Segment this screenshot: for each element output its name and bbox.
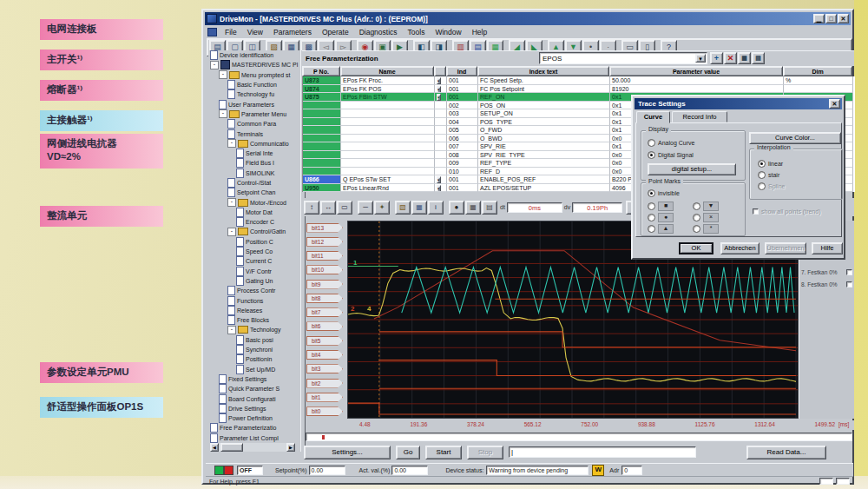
radio-icon[interactable]	[693, 214, 700, 221]
radio-icon[interactable]	[693, 225, 700, 233]
channel-tag[interactable]: bit2	[306, 379, 343, 388]
radio-icon[interactable]	[648, 225, 655, 233]
close-icon[interactable]: ✕	[838, 14, 849, 23]
expand-icon[interactable]: -	[227, 326, 236, 334]
interpolation-linear-radio[interactable]: linear	[758, 160, 783, 168]
channel-tag[interactable]: bit7	[306, 307, 343, 317]
table-row[interactable]: U874EPos FK POS▾001FC Pos Setpoint81920	[303, 85, 855, 94]
binector-drop-icon[interactable]: ▾	[437, 94, 441, 101]
tree-item[interactable]: Device identification	[208, 50, 300, 60]
tree-item[interactable]: Free Blocks	[208, 315, 300, 325]
tools-icon[interactable]: ✦	[374, 201, 390, 215]
tree-item[interactable]: Positionin	[208, 354, 300, 364]
menu-item-help[interactable]: Help	[467, 28, 492, 36]
tree-item[interactable]: Position C	[208, 237, 300, 247]
tree-item[interactable]: Quick Parameter S	[208, 384, 300, 393]
dv-value-field[interactable]: 0.19Ph	[572, 202, 622, 213]
dt-value-field[interactable]: 0ms	[507, 202, 562, 213]
grid-view-icon[interactable]: ▦	[738, 52, 751, 64]
go-button[interactable]: Go	[396, 446, 420, 459]
tree-item[interactable]: Technology fu	[208, 89, 300, 99]
screen-dark-icon[interactable]: ●	[449, 201, 464, 215]
trace-scrollbar[interactable]	[306, 433, 852, 441]
expand-icon[interactable]: -	[227, 198, 236, 207]
display-digital-signal-radio[interactable]: Digital Signal	[648, 151, 694, 159]
tree-item[interactable]: Releases	[208, 306, 300, 315]
tree-item[interactable]: Motor Dat	[208, 208, 300, 217]
point-mark-cross-radio[interactable]: ×	[693, 213, 719, 222]
cancel-button[interactable]: Abbrechen	[720, 242, 760, 254]
tree-item[interactable]: Drive Settings	[208, 404, 300, 413]
show-all-points-checkbox[interactable]: show all points (trend)	[753, 208, 820, 215]
tree-item[interactable]: Current C	[208, 256, 300, 266]
channel-tag[interactable]: bit12	[306, 237, 343, 247]
binector-drop-icon[interactable]: ▾	[437, 176, 441, 183]
scroll-thumb[interactable]	[220, 443, 243, 452]
tree-item[interactable]: -Control/Gatin	[208, 227, 300, 236]
zoom-fit-icon[interactable]: ▭	[337, 201, 352, 215]
tree-scrollbar[interactable]: ◀ ▶	[210, 443, 295, 452]
list-view-icon[interactable]: ▤	[752, 52, 765, 64]
maximize-icon[interactable]: □	[825, 14, 837, 23]
expand-icon[interactable]: -	[210, 61, 219, 69]
help-button[interactable]: Hilfe	[812, 242, 843, 254]
settings-button[interactable]: Settings...	[304, 446, 391, 459]
menu-item-diagnostics[interactable]: Diagnostics	[354, 28, 403, 36]
tree-item[interactable]: Gating Un	[208, 276, 300, 286]
channel-tag[interactable]: bit8	[306, 294, 343, 303]
start-button[interactable]: Start	[425, 446, 462, 459]
tree-item[interactable]: Basic posi	[208, 335, 300, 345]
interpolation-stair-radio[interactable]: stair	[758, 171, 779, 179]
curve-save-icon[interactable]: ▦	[411, 201, 427, 215]
binector-drop-icon[interactable]: ▾	[437, 185, 441, 192]
apply-button[interactable]: Übernehmen	[765, 242, 806, 254]
point-mark-invisible-radio[interactable]: invisible	[648, 189, 680, 197]
radio-icon[interactable]	[758, 171, 766, 179]
scroll-left-icon[interactable]: ◀	[210, 443, 219, 452]
channel-tag[interactable]: bit4	[306, 350, 343, 360]
radio-icon[interactable]	[758, 182, 766, 190]
channel-tag[interactable]: bit5	[306, 336, 343, 346]
tree-item[interactable]: Terminals	[208, 129, 300, 138]
zoom-h-icon[interactable]: ↔	[320, 201, 336, 215]
tree-item[interactable]: Synchroni	[208, 345, 300, 354]
scroll-right-icon[interactable]: ▶	[286, 443, 295, 452]
radio-icon[interactable]	[648, 139, 655, 147]
tab-record-info[interactable]: Record Info	[672, 111, 727, 122]
radio-icon[interactable]	[693, 202, 700, 210]
table-row[interactable]: U873EPos FK Proc.▾001FC Speed Setp.50.00…	[303, 76, 855, 85]
binector-drop-icon[interactable]: ▾	[437, 77, 441, 84]
tree-item[interactable]: Fixed Settings	[208, 374, 300, 384]
point-mark-triangle-down-radio[interactable]: ▼	[693, 202, 719, 211]
menu-item-operate[interactable]: Operate	[317, 28, 354, 36]
read-data-button[interactable]: Read Data...	[746, 446, 826, 459]
tree-item[interactable]: -MASTERDRIVES MC Pl	[208, 60, 300, 69]
stop-button[interactable]: Stop	[467, 446, 503, 459]
tree-item[interactable]: Field Bus I	[208, 158, 300, 168]
tree-item[interactable]: Serial Inte	[208, 149, 300, 158]
print-icon[interactable]: ▤	[482, 201, 497, 215]
chevron-down-icon[interactable]: ▼	[695, 54, 706, 63]
tree-item[interactable]: User Parameters	[208, 99, 300, 109]
menu-item-file[interactable]: File	[220, 28, 242, 36]
tree-item[interactable]: -Menu prompted st	[208, 70, 300, 80]
trace-command-input[interactable]: |	[509, 446, 696, 458]
point-mark-star-radio[interactable]: *	[693, 224, 719, 234]
tree-item[interactable]: Basic Function	[208, 80, 300, 89]
channel-tag[interactable]: bit9	[306, 280, 343, 289]
tree-item[interactable]: Free Parameterizatio	[208, 423, 300, 433]
channel-tag[interactable]: bit3	[306, 364, 343, 373]
channel-tag[interactable]: bit1	[306, 393, 343, 402]
tree-item[interactable]: Board Configurati	[208, 393, 300, 403]
expand-icon[interactable]: -	[227, 139, 236, 148]
tree-item[interactable]: -Parameter Menu	[208, 109, 300, 119]
point-mark-square-radio[interactable]: ■	[648, 202, 674, 211]
legend-checkbox[interactable]	[846, 281, 852, 287]
channel-tag[interactable]: bit0	[306, 406, 343, 416]
radio-icon[interactable]	[648, 202, 655, 210]
curve-color-button[interactable]: Curve Color...	[749, 132, 841, 144]
tab-curve[interactable]: Curve	[636, 111, 670, 123]
point-mark-triangle-up-radio[interactable]: ▲	[648, 224, 674, 234]
expand-icon[interactable]: -	[227, 228, 236, 236]
binector-drop-icon[interactable]: ▾	[437, 86, 441, 93]
